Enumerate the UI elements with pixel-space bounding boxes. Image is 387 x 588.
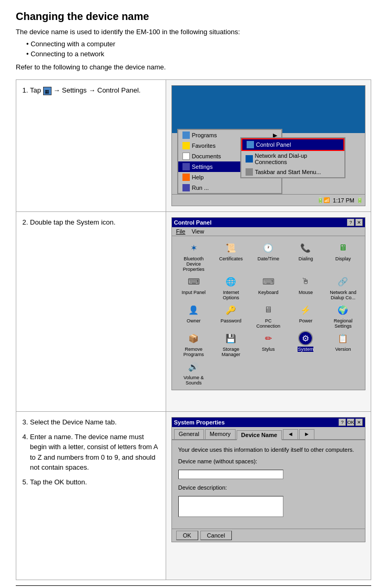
sp-bottom-bar: OK Cancel [172, 529, 365, 542]
step-4-instruction: Enter a name. The device name must begin… [30, 433, 158, 472]
dialing-icon: 📞 [298, 240, 313, 255]
cp-icon-password[interactable]: 🔑 Password [213, 302, 249, 329]
cp-icon-regional[interactable]: 🌍 RegionalSettings [325, 302, 361, 329]
cp-help-btn[interactable]: ? [347, 219, 354, 226]
sp-ok-btn[interactable]: OK [347, 419, 354, 426]
cp-icon-mouse-label: Mouse [299, 290, 313, 295]
cp-icon-keyboard[interactable]: ⌨ Keyboard [251, 274, 286, 300]
cp-icon-stylus[interactable]: ✏ Stylus [251, 331, 286, 357]
step-3-list: Select the Device Name tab. Enter a name… [30, 417, 160, 487]
cp-menu-view[interactable]: View [188, 228, 207, 235]
sp-title-text: System Properties [174, 419, 225, 425]
submenu-taskbar-label: Taskbar and Start Menu... [255, 169, 321, 175]
step-4-item: Enter a name. The device name must begin… [30, 432, 160, 473]
cp-icon-network[interactable]: 🔗 Network andDialup Co... [325, 274, 361, 300]
cp-icon-display[interactable]: 🖥 Display [325, 240, 361, 272]
taskbar-battery: 🔋 [357, 197, 363, 203]
taskbar: 🔋📶 1:17 PM 🔋 [172, 194, 365, 206]
cp-icon-certificates[interactable]: 📜 Certificates [213, 240, 249, 272]
step-3-text: Select the Device Name tab. Enter a name… [16, 412, 166, 580]
cp-icon-network-label: Network andDialup Co... [330, 290, 357, 300]
sp-devicename-input[interactable] [178, 470, 283, 479]
cp-icon-power[interactable]: ⚡ Power [288, 302, 323, 329]
cp-menu-file[interactable]: File [173, 228, 189, 235]
cp-menubar: File View [172, 227, 365, 236]
menu-run-label: Run ... [192, 185, 209, 191]
step-2-image: Control Panel ? ✕ File View ✶ [166, 212, 371, 412]
desktop-background [172, 86, 365, 133]
cp-icon-system-label: System [298, 347, 313, 352]
cp-icon-version-label: Version [335, 347, 351, 352]
certificates-icon: 📜 [223, 240, 238, 255]
pc-icon: 🖥 [261, 302, 276, 317]
documents-icon [182, 153, 190, 160]
cp-icon-input[interactable]: ⌨ Input Panel [176, 274, 211, 300]
cp-icon-power-label: Power [299, 318, 313, 323]
stylus-icon: ✏ [261, 331, 276, 346]
cp-icons-grid: ✶ BluetoothDeviceProperties 📜 Certificat… [172, 236, 365, 390]
settings-submenu: Control Panel Network and Dial-up Connec… [240, 137, 345, 178]
sp-titlebar: System Properties ? OK ✕ [172, 418, 365, 427]
cp-icon-bluetooth[interactable]: ✶ BluetoothDeviceProperties [176, 240, 211, 272]
cp-icon-pc[interactable]: 🖥 PCConnection [251, 302, 286, 329]
cp-icon-owner[interactable]: 👤 Owner [176, 302, 211, 329]
cp-icon-display-label: Display [335, 256, 351, 261]
cp-icon-regional-label: RegionalSettings [334, 318, 353, 329]
menu-favorites-label: Favorites [192, 143, 216, 149]
menu-programs-label: Programs [192, 132, 217, 138]
settings-icon [182, 163, 190, 170]
taskbar-icons: 🔋📶 [317, 197, 330, 203]
sp-tab-next[interactable]: ► [299, 429, 314, 439]
cp-icon-input-label: Input Panel [181, 290, 206, 295]
sp-field2-label: Device description: [178, 484, 359, 491]
cp-icon-remove[interactable]: 📦 RemovePrograms [176, 331, 211, 357]
input-icon: ⌨ [186, 274, 201, 289]
step-5-instruction: Tap the OK button. [30, 478, 87, 486]
page-title: Changing the device name [16, 11, 371, 23]
cp-icon-version[interactable]: 📋 Version [325, 331, 361, 357]
sp-tab-memory[interactable]: Memory [205, 429, 236, 439]
step-1-item: Tap ▦ → Settings → Control Panel. [30, 85, 160, 96]
cp-icon-system[interactable]: ⚙ System [288, 331, 323, 357]
cp-icon-internet[interactable]: 🌐 InternetOptions [213, 274, 249, 300]
cp-close-btn[interactable]: ✕ [355, 219, 363, 226]
taskbar-icon [246, 168, 253, 176]
sp-info-text: Your device uses this information to ide… [178, 447, 359, 453]
help-icon [182, 174, 190, 181]
bullet-item-1: Connecting with a computer [26, 40, 371, 48]
step-1-list: Tap ▦ → Settings → Control Panel. [30, 85, 160, 96]
submenu-taskbar[interactable]: Taskbar and Start Menu... [241, 167, 344, 177]
submenu-control-panel-label: Control Panel [256, 141, 291, 148]
cp-icon-mouse[interactable]: 🖱 Mouse [288, 274, 323, 300]
sp-tab-devicename[interactable]: Device Name [237, 430, 282, 440]
step-row-2: Double tap the System icon. Control Pane… [16, 212, 371, 412]
sp-bottom-ok-btn[interactable]: OK [176, 531, 198, 540]
sp-bottom-cancel-btn[interactable]: Cancel [200, 531, 232, 540]
datetime-icon: 🕐 [261, 240, 276, 255]
menu-documents-label: Documents [192, 153, 221, 159]
refer-text: Refer to the following to change the dev… [16, 63, 371, 71]
sp-tab-prev[interactable]: ◄ [283, 429, 298, 439]
cp-icon-dialing-label: Dialing [299, 256, 313, 261]
sp-close-btn[interactable]: ✕ [355, 419, 363, 426]
menu-run[interactable]: Run ... [178, 183, 281, 193]
cp-icon-owner-label: Owner [187, 318, 201, 323]
sp-description-input[interactable] [178, 496, 283, 517]
sp-win-buttons: ? OK ✕ [339, 419, 363, 426]
cp-icon-dialing[interactable]: 📞 Dialing [288, 240, 323, 272]
cp-icon-stylus-label: Stylus [262, 347, 275, 352]
cp-icon-remove-label: RemovePrograms [184, 347, 204, 357]
submenu-network-label: Network and Dial-up Connections [255, 153, 340, 165]
step-2-list: Double tap the System icon. [30, 217, 160, 228]
submenu-network[interactable]: Network and Dial-up Connections [241, 151, 344, 167]
sp-tab-general[interactable]: General [174, 429, 204, 439]
sp-help-btn[interactable]: ? [339, 419, 346, 426]
cp-icon-password-label: Password [221, 318, 242, 323]
cp-icon-storage[interactable]: 💾 StorageManager [213, 331, 249, 357]
submenu-control-panel[interactable]: Control Panel [241, 138, 344, 151]
remove-icon: 📦 [186, 331, 201, 346]
menu-settings-label: Settings [192, 164, 213, 170]
cp-icon-datetime[interactable]: 🕐 Date/Time [251, 240, 286, 272]
cp-icon-volume[interactable]: 🔊 Volume &Sounds [176, 359, 211, 386]
cp-icon-storage-label: StorageManager [222, 347, 241, 357]
